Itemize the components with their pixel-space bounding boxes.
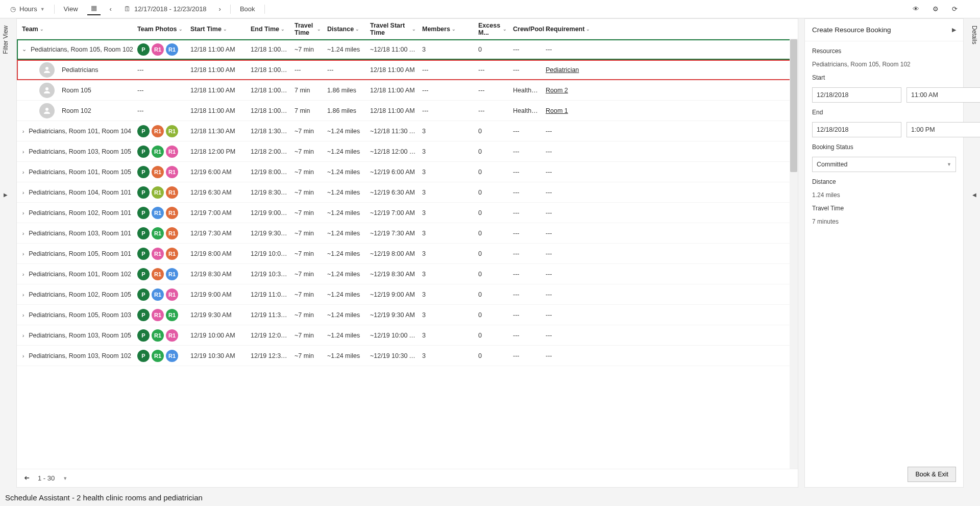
table-row[interactable]: ›Pediatricians, Room 105, Room 101PR1R11… [17,244,798,264]
chevron-right-icon[interactable]: › [22,128,24,134]
hours-dropdown[interactable]: ◷ Hours ▼ [6,3,48,15]
table-row[interactable]: ›Pediatricians, Room 102, Room 105PR1R11… [17,284,798,305]
data-cell: 3 [419,250,475,257]
data-cell: ~7 min [291,250,324,257]
table-row[interactable]: ›Pediatricians, Room 103, Room 102PR1R11… [17,346,798,366]
team-cell: ›Pediatricians, Room 102, Room 105 [17,291,134,298]
data-cell: ~12/19 7:00 AM [367,209,419,216]
table-row[interactable]: ›Pediatricians, Room 105, Room 103PR1R11… [17,305,798,325]
column-header[interactable]: Team Photos⌄ [134,26,187,33]
start-time-input[interactable] [906,87,980,103]
end-time-input[interactable] [906,122,980,137]
requirement-link[interactable]: Room 2 [546,87,568,94]
column-header[interactable]: Crew/Pool⌄ [510,26,543,33]
avatar: P [137,309,150,321]
scrollbar-thumb[interactable] [790,39,797,172]
eye-icon: 👁 [913,5,919,13]
chevron-right-icon[interactable]: › [22,332,24,339]
data-cell: 0 [475,168,510,176]
avatar: P [137,146,150,158]
table-row[interactable]: ›Pediatricians, Room 101, Room 104PR1R11… [17,121,798,141]
data-cell: 0 [475,250,510,257]
chevron-right-icon[interactable]: › [22,230,24,236]
pager-first[interactable]: ➜ [24,474,30,482]
column-header[interactable]: Distance⌄ [324,26,367,33]
column-header[interactable]: End Time⌄ [248,26,291,33]
book-button[interactable]: Book [237,3,258,15]
requirement-cell[interactable]: Room 2 [543,87,586,94]
data-cell: ~7 min [291,168,324,176]
chevron-right-icon[interactable]: ▶ [952,27,956,33]
chevron-right-icon[interactable]: › [22,169,24,175]
clock-icon: ◷ [9,6,16,13]
requirement-link[interactable]: Room 1 [546,107,568,114]
photos-cell: --- [134,87,187,94]
data-cell: 12/18 11:00 AM [187,107,248,114]
eye-button[interactable]: 👁 [910,3,922,15]
data-cell: --- [510,271,543,278]
chevron-down-icon: ▼ [947,162,951,167]
table-row[interactable]: ›Pediatricians, Room 103, Room 105PR1R11… [17,141,798,162]
table-row[interactable]: Pediatricians---12/18 11:00 AM12/18 1:00… [17,60,798,80]
chevron-right-icon[interactable]: › [22,312,24,318]
refresh-button[interactable]: ⟳ [949,3,961,15]
details-panel-toggle[interactable]: Details ◀ [969,18,980,386]
chevron-right-icon[interactable]: › [22,189,24,196]
requirement-link[interactable]: Pediatrician [546,66,579,74]
chevron-right-icon[interactable]: › [22,271,24,277]
table-row[interactable]: ›Pediatricians, Room 103, Room 101PR1R11… [17,223,798,244]
pager-range: 1 - 30 [38,474,55,482]
column-header[interactable]: Start Time⌄ [187,26,248,33]
column-header[interactable]: Members⌄ [419,26,475,33]
data-cell: --- [510,250,543,257]
table-row[interactable]: ›Pediatricians, Room 102, Room 101PR1R11… [17,203,798,223]
view-label: View [64,5,78,13]
chevron-right-icon[interactable]: › [22,292,24,298]
table-row[interactable]: ›Pediatricians, Room 101, Room 105PR1R11… [17,162,798,182]
chevron-right-icon[interactable]: › [22,149,24,155]
data-cell: 3 [419,148,475,155]
booking-status-select[interactable]: Committed ▼ [812,157,956,172]
table-row[interactable]: ⌄Pediatricians, Room 105, Room 102PR1R11… [17,39,798,60]
chevron-right-icon[interactable]: › [22,251,24,257]
table-row[interactable]: ›Pediatricians, Room 104, Room 101PR1R11… [17,182,798,203]
table-row[interactable]: Room 105---12/18 11:00 AM12/18 1:00 PM7 … [17,80,798,101]
column-label: Requirement [546,26,584,33]
chevron-down-icon[interactable]: ▼ [63,476,67,481]
column-label: End Time [251,26,279,33]
details-label: Details [971,26,978,44]
requirement-cell[interactable]: Room 1 [543,107,586,114]
book-and-exit-button[interactable]: Book & Exit [908,467,956,482]
column-header[interactable]: Excess M...⌄ [475,22,510,36]
data-cell: 12/18 1:00 PM [248,66,291,74]
photos-cell: PR1R1 [134,350,187,362]
view-grid-button[interactable]: ▦ [87,3,101,15]
table-row[interactable]: Room 102---12/18 11:00 AM12/18 1:00 PM7 … [17,101,798,121]
prev-week-button[interactable]: ‹ [107,3,115,15]
chevron-right-icon[interactable]: › [22,210,24,216]
calendar-icon: 🗓 [124,6,131,13]
column-label: Travel Time [295,22,315,36]
next-week-button[interactable]: › [216,3,224,15]
start-date-input[interactable] [812,87,901,103]
chevron-down-icon[interactable]: ⌄ [22,46,27,53]
data-cell: 12/19 11:30 ... [248,311,291,319]
chevron-right-icon[interactable]: › [22,353,24,359]
table-row[interactable]: ›Pediatricians, Room 101, Room 102PR1R11… [17,264,798,284]
table-row[interactable]: ›Pediatricians, Room 103, Room 105PR1R11… [17,325,798,346]
data-cell: 7 min [291,107,324,114]
data-cell: 0 [475,128,510,135]
filter-view-panel-toggle[interactable]: Filter View ▶ [0,18,11,386]
start-label: Start [812,74,956,81]
team-name: Room 105 [62,87,91,94]
column-header[interactable]: Travel Start Time⌄ [367,22,419,36]
column-header[interactable]: Team⌄ [17,26,134,33]
avatar: P [137,43,150,56]
settings-button[interactable]: ⚙ [929,3,942,15]
date-range-picker[interactable]: 🗓 12/17/2018 - 12/23/2018 [121,3,210,15]
requirement-cell[interactable]: Pediatrician [543,66,586,74]
column-header[interactable]: Requirement⌄ [543,26,586,33]
scrollbar[interactable] [790,39,798,469]
column-header[interactable]: Travel Time⌄ [291,22,324,36]
end-date-input[interactable] [812,122,901,137]
